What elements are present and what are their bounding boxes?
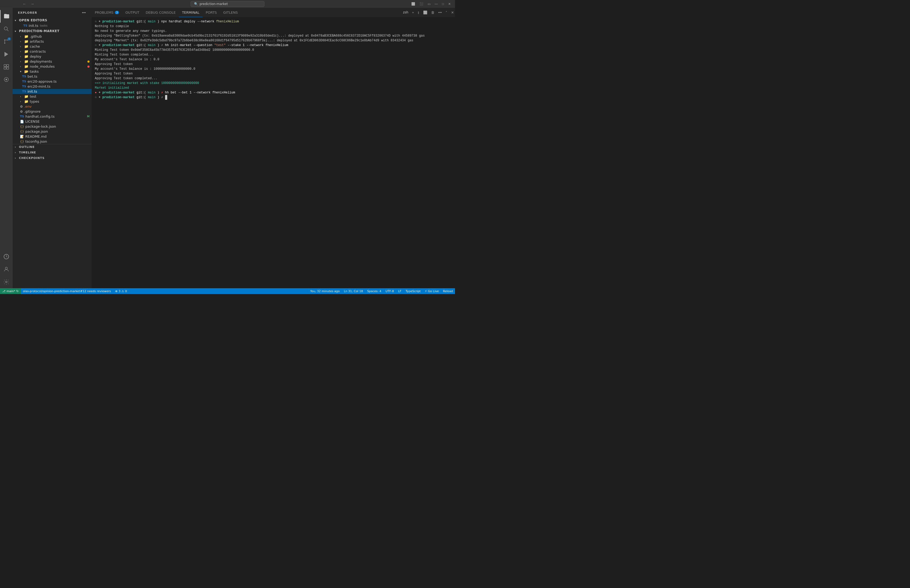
open-editor-init-ts[interactable]: ✕ TS init.ts tasks	[13, 23, 92, 28]
terminal-line-5: deploying "Market" (tx: 0x62fe3b0c5dbd79…	[95, 38, 452, 43]
status-position[interactable]: Ln 31, Col 18	[342, 288, 365, 294]
tab-terminal[interactable]: TERMINAL	[179, 8, 202, 17]
test-label: test	[30, 94, 36, 99]
terminal-chevron-button[interactable]: ˄	[444, 10, 448, 15]
checkpoints-section[interactable]: › CHECKPOINTS	[13, 155, 92, 161]
activity-explorer[interactable]	[0, 10, 13, 23]
prompt-circle-4: ○	[95, 95, 97, 99]
status-go-live[interactable]: ⚡ Go Live	[423, 288, 441, 294]
activity-olas[interactable]	[0, 73, 13, 86]
prompt-dir-4: prediction-market	[102, 95, 137, 99]
search-bar[interactable]: 🔍 prediction-market	[191, 1, 264, 7]
tree-item-bet-ts[interactable]: TS bet.ts	[13, 74, 92, 79]
terminal-trash-button[interactable]: 🗑	[430, 10, 435, 15]
window-split-btn[interactable]: ⬛	[419, 2, 425, 6]
tree-item-package-lock[interactable]: {} package-lock.json	[13, 124, 92, 129]
activity-run[interactable]	[0, 48, 13, 61]
status-spaces[interactable]: Spaces: 4	[365, 288, 383, 294]
sidebar-title: EXPLORER	[18, 11, 37, 15]
forward-button[interactable]: →	[29, 1, 36, 6]
package-lock-label: package-lock.json	[25, 124, 56, 128]
timeline-section[interactable]: › TIMELINE	[13, 150, 92, 155]
window-layout2-btn[interactable]: ▭	[427, 2, 432, 6]
sidebar-more-button[interactable]: •••	[81, 10, 86, 15]
tree-item-erc20-mint[interactable]: TS erc20-mint.ts	[13, 84, 92, 89]
terminal-content[interactable]: ○ + prediction-market git:( main ) npx h…	[92, 17, 455, 288]
terminal-add-button[interactable]: +	[411, 10, 415, 15]
text-balance-0: My account's Test balance is : 0.0	[95, 58, 159, 61]
project-header[interactable]: ▾ PREDICTION-MARKET	[13, 28, 92, 34]
status-time[interactable]: You, 32 minutes ago	[308, 288, 342, 294]
prompt-arrow-1: +	[99, 20, 102, 23]
back-button[interactable]: ←	[21, 1, 28, 6]
status-branch[interactable]: ⎇ main* ↻	[0, 288, 21, 294]
tree-item-package-json[interactable]: {} package.json	[13, 129, 92, 134]
olas-icon	[3, 76, 10, 82]
svg-point-13	[5, 267, 7, 269]
tree-item-node-modules[interactable]: › 📁 node_modules	[13, 64, 92, 69]
prompt-cmd-3: hh bet --bet 1 --network fhenixHelium	[165, 91, 235, 94]
tree-item-license[interactable]: 📄 LICENSE	[13, 119, 92, 124]
tree-item-tsconfig[interactable]: {} tsconfig.json	[13, 139, 92, 144]
terminal-maximize-button[interactable]: ⬜	[422, 10, 428, 15]
tree-item-types[interactable]: › 📁 types	[13, 99, 92, 104]
activity-settings[interactable]	[0, 276, 13, 288]
node-modules-label: node_modules	[30, 65, 55, 68]
svg-line-2	[7, 30, 9, 31]
md-icon: 📝	[20, 135, 24, 139]
tab-problems[interactable]: PROBLEMS 3	[92, 8, 122, 17]
node-modules-arrow: ›	[20, 65, 23, 68]
ts-icon: TS	[22, 80, 26, 83]
tree-item-gitignore[interactable]: ⚙ .gitignore	[13, 109, 92, 114]
activity-remote[interactable]	[0, 250, 13, 263]
window-close[interactable]: ✕	[447, 2, 452, 6]
tasks-arrow: ▾	[20, 70, 23, 73]
activity-extensions[interactable]	[0, 61, 13, 73]
tree-item-artifacts[interactable]: › 📁 artifacts	[13, 39, 92, 44]
tree-item-erc20-approve[interactable]: TS erc20-approve.ts	[13, 79, 92, 84]
status-errors[interactable]: ⊗ 3 ⚠ 0	[113, 288, 129, 294]
open-editors-header[interactable]: ▾ OPEN EDITORS	[13, 17, 92, 23]
tree-item-cache[interactable]: › 📁 cache	[13, 44, 92, 49]
window-min[interactable]: —	[434, 2, 439, 6]
tree-item-init-ts[interactable]: TS init.ts	[13, 89, 92, 94]
tree-item-env[interactable]: ⚙ .env	[13, 104, 92, 109]
timeline-label: TIMELINE	[19, 151, 36, 154]
tree-item-deploy[interactable]: › 📁 deploy	[13, 54, 92, 59]
tab-output[interactable]: OUTPUT	[122, 8, 142, 17]
status-remote[interactable]: olas-protocol/opinion-prediction-market#…	[21, 288, 113, 294]
tree-item-hardhat-config[interactable]: TS hardhat.config.ts M	[13, 114, 92, 119]
activity-source-control[interactable]: 6	[0, 35, 13, 48]
tab-ports[interactable]: PORTS	[202, 8, 220, 17]
status-language[interactable]: TypeScript	[403, 288, 423, 294]
tree-item-deployments[interactable]: › 📁 deployments	[13, 59, 92, 64]
git-icon: ⚙	[20, 110, 23, 113]
tab-gitlens[interactable]: GITLENS	[220, 8, 241, 17]
status-encoding[interactable]: UTF-8	[383, 288, 396, 294]
status-reload[interactable]: Reload	[441, 288, 455, 294]
prompt-x-4: ✗	[161, 95, 165, 99]
terminal-close-button[interactable]: ✕	[450, 10, 455, 15]
tab-debug-console[interactable]: DEBUG CONSOLE	[142, 8, 179, 17]
activity-search[interactable]	[0, 23, 13, 35]
ts-icon: TS	[22, 90, 26, 93]
terminal-split-button[interactable]: ⫿	[417, 10, 420, 15]
tree-item-github[interactable]: › 📁 .github	[13, 34, 92, 39]
tree-item-test[interactable]: › 📁 test	[13, 94, 92, 99]
terminal-line-3: No need to generate any newer typings.	[95, 29, 452, 34]
window-layout-btn[interactable]: ⬜	[410, 2, 416, 6]
deployments-label: deployments	[30, 60, 52, 63]
terminal-more-button[interactable]: •••	[437, 10, 443, 15]
terminal-line-6: ○ + prediction-market git:( main ) ✗ hh …	[95, 43, 452, 48]
activity-account[interactable]	[0, 263, 13, 276]
tree-item-tasks[interactable]: ▾ 📂 tasks	[13, 69, 92, 74]
tree-item-readme[interactable]: 📝 README.md	[13, 134, 92, 139]
license-icon: 📄	[20, 120, 24, 123]
status-line-ending[interactable]: LF	[396, 288, 403, 294]
terminal-line-7: Minting Test token 0x0deF358C6a45b77A435…	[95, 48, 452, 52]
window-max[interactable]: □	[441, 2, 445, 6]
tree-item-contracts[interactable]: › 📁 contracts	[13, 49, 92, 54]
terminal-line-17: ○ + prediction-market git:( main ) ✗	[95, 95, 452, 100]
outline-section[interactable]: › OUTLINE	[13, 144, 92, 150]
ts-icon: TS	[20, 115, 24, 118]
